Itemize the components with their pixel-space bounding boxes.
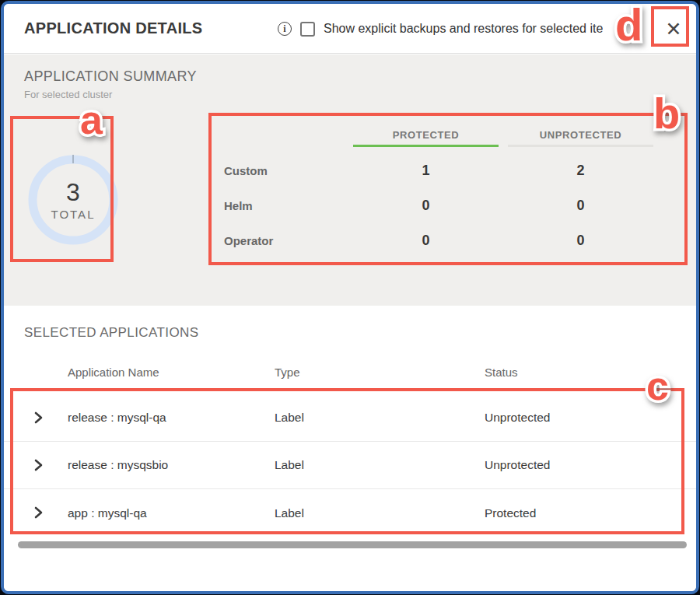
page-title: APPLICATION DETAILS: [24, 19, 202, 37]
table-row[interactable]: release : mysqsbio Label Unprotected: [4, 442, 696, 489]
protection-summary-table: PROTECTED UNPROTECTED Custom 1 2 Helm 0 …: [224, 126, 653, 258]
chevron-right-icon[interactable]: [33, 411, 44, 424]
unprotected-count: 0: [508, 233, 653, 249]
table-row[interactable]: app : mysql-qa Label Protected: [4, 489, 696, 537]
applications-table-header-row: Application Name Type Status: [4, 366, 696, 380]
donut-label: 3 TOTAL: [23, 150, 123, 250]
protected-count: 1: [353, 163, 499, 179]
table-row: Helm 0 0: [224, 188, 653, 223]
total-applications-donut-chart: 3 TOTAL: [23, 150, 123, 250]
type-cell: Label: [275, 411, 304, 425]
status-cell: Unprotected: [485, 411, 550, 425]
protected-count: 0: [353, 198, 499, 214]
show-backups-checkbox-label: Show explicit backups and restores for s…: [324, 22, 603, 36]
table-row[interactable]: release : mysql-qa Label Unprotected: [4, 394, 696, 442]
unprotected-count: 0: [508, 198, 653, 214]
applications-table-body: release : mysql-qa Label Unprotected rel…: [4, 394, 696, 537]
summary-heading: APPLICATION SUMMARY: [24, 68, 197, 85]
row-label: Helm: [224, 199, 353, 212]
row-label: Custom: [224, 164, 353, 177]
protection-table-header-row: PROTECTED UNPROTECTED: [224, 126, 653, 147]
status-cell: Protected: [485, 506, 536, 520]
row-label: Operator: [224, 234, 353, 247]
application-details-dialog: APPLICATION DETAILS i Show explicit back…: [1, 1, 699, 594]
application-summary-section: APPLICATION SUMMARY For selected cluster…: [4, 54, 696, 306]
chevron-right-icon[interactable]: [33, 459, 44, 471]
summary-subheading: For selected cluster: [24, 89, 112, 100]
close-button[interactable]: ✕: [661, 17, 686, 42]
type-column-header: Type: [275, 366, 300, 379]
dialog-header: APPLICATION DETAILS i Show explicit back…: [4, 4, 696, 54]
horizontal-scrollbar[interactable]: [18, 541, 687, 548]
protected-count: 0: [353, 233, 499, 249]
donut-total-caption: TOTAL: [51, 208, 96, 221]
protected-column-header: PROTECTED: [353, 126, 499, 147]
protection-table-body: Custom 1 2 Helm 0 0 Operator 0 0: [224, 147, 653, 258]
close-icon: ✕: [666, 18, 682, 40]
unprotected-count: 2: [508, 163, 653, 179]
type-cell: Label: [275, 506, 304, 520]
status-column-header: Status: [485, 366, 518, 379]
status-cell: Unprotected: [485, 458, 550, 472]
table-row: Operator 0 0: [224, 223, 653, 258]
chevron-right-icon[interactable]: [33, 506, 44, 519]
donut-total-value: 3: [66, 180, 80, 205]
application-name-column-header: Application Name: [68, 366, 159, 379]
header-controls: i Show explicit backups and restores for…: [278, 4, 603, 54]
application-name-cell: release : mysqsbio: [68, 458, 168, 472]
show-backups-checkbox[interactable]: [300, 22, 315, 37]
selected-applications-heading: SELECTED APPLICATIONS: [24, 325, 198, 341]
info-icon[interactable]: i: [278, 22, 292, 36]
selected-applications-section: SELECTED APPLICATIONS Application Name T…: [4, 306, 696, 591]
application-name-cell: release : mysql-qa: [68, 411, 166, 425]
application-name-cell: app : mysql-qa: [68, 506, 147, 520]
table-row: Custom 1 2: [224, 153, 653, 188]
type-cell: Label: [275, 458, 304, 472]
unprotected-column-header: UNPROTECTED: [508, 126, 653, 147]
